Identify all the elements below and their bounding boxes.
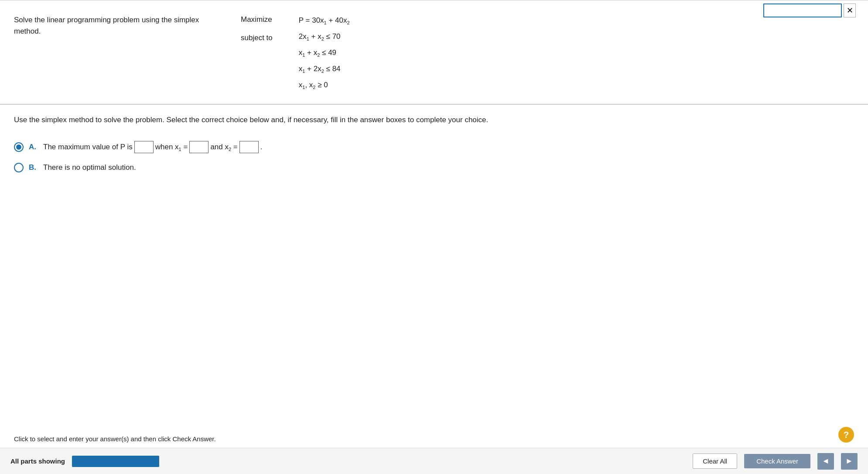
nav-prev-button[interactable]: ◄ <box>817 453 834 470</box>
help-button[interactable]: ? <box>838 427 854 443</box>
problem-math: Maximize subject to P = 30x1 + 40x2 2x1 … <box>241 13 854 92</box>
choice-a-row[interactable]: A. The maximum value of P is when x1 = a… <box>14 141 854 153</box>
choice-a-text-before: The maximum value of P is <box>43 143 133 151</box>
choice-b-row[interactable]: B. There is no optimal solution. <box>14 163 854 172</box>
problem-description: Solve the linear programming problem usi… <box>14 13 223 92</box>
constraint-1: 2x1 + x2 ≤ 70 <box>299 31 350 43</box>
clear-all-button[interactable]: Clear All <box>693 453 737 469</box>
choice-b-label: B. <box>29 163 36 172</box>
answers-section: A. The maximum value of P is when x1 = a… <box>0 133 868 190</box>
search-input[interactable] <box>763 3 842 17</box>
subject-label: subject to <box>241 33 273 43</box>
footer-instruction: Click to select and enter your answer(s)… <box>14 435 216 443</box>
bottom-bar: All parts showing Clear All Check Answer… <box>0 448 868 474</box>
choice-a-text: The maximum value of P is when x1 = and … <box>43 141 262 153</box>
all-parts-label: All parts showing <box>10 457 65 465</box>
nav-next-button[interactable]: ► <box>841 453 858 470</box>
problem-section: Solve the linear programming problem usi… <box>0 0 868 104</box>
objective-label: Maximize <box>241 14 273 25</box>
answer-p-input[interactable] <box>134 141 154 153</box>
choice-a-text-and: and x2 = <box>210 143 237 152</box>
choice-a-text-when: when x1 = <box>155 143 188 152</box>
radio-b[interactable] <box>14 163 24 172</box>
choice-b-text: There is no optimal solution. <box>43 163 136 172</box>
radio-a-inner <box>16 144 21 150</box>
radio-a[interactable] <box>14 142 24 152</box>
constraint-4: x1, x2 ≥ 0 <box>299 79 350 92</box>
progress-bar <box>72 456 159 467</box>
math-labels: Maximize subject to <box>241 14 273 92</box>
choice-a-label: A. <box>29 143 36 151</box>
math-equations: P = 30x1 + 40x2 2x1 + x2 ≤ 70 x1 + x2 ≤ … <box>299 14 350 92</box>
constraint-2: x1 + x2 ≤ 49 <box>299 47 350 59</box>
objective-function: P = 30x1 + 40x2 <box>299 14 350 27</box>
answer-x1-input[interactable] <box>189 141 208 153</box>
close-button[interactable]: ✕ <box>844 3 856 17</box>
constraint-3: x1 + 2x2 ≤ 84 <box>299 63 350 76</box>
answer-x2-input[interactable] <box>239 141 259 153</box>
choice-a-period: . <box>260 143 263 151</box>
check-answer-button[interactable]: Check Answer <box>744 454 810 468</box>
instructions: Use the simplex method to solve the prob… <box>0 105 868 134</box>
